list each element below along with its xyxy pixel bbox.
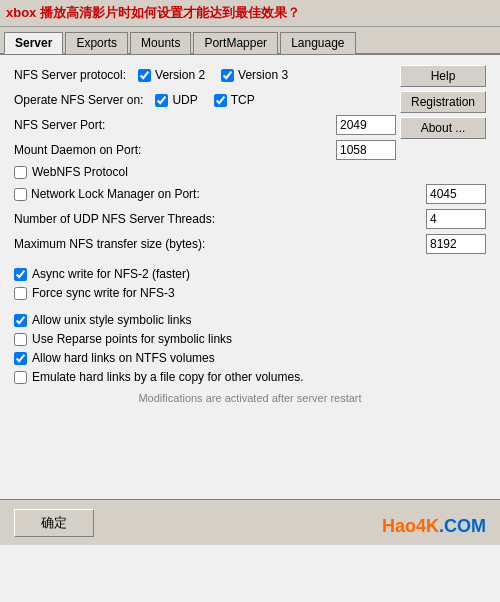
side-buttons: Help Registration About ... bbox=[400, 65, 486, 139]
title-text: xbox 播放高清影片时如何设置才能达到最佳效果？ bbox=[6, 5, 300, 20]
mount-daemon-input[interactable] bbox=[336, 140, 396, 160]
unix-symlinks-row: Allow unix style symbolic links bbox=[14, 313, 486, 327]
title-bar: xbox 播放高清影片时如何设置才能达到最佳效果？ bbox=[0, 0, 500, 27]
watermark-prefix: Hao4K bbox=[382, 516, 439, 536]
async-write-checkbox[interactable] bbox=[14, 268, 27, 281]
tab-exports[interactable]: Exports bbox=[65, 32, 128, 54]
emulate-hard-links-label: Emulate hard links by a file copy for ot… bbox=[32, 370, 303, 384]
version3-checkbox-label[interactable]: Version 3 bbox=[221, 68, 288, 82]
max-transfer-label: Maximum NFS transfer size (bytes): bbox=[14, 237, 422, 251]
force-sync-label: Force sync write for NFS-3 bbox=[32, 286, 175, 300]
hard-links-checkbox[interactable] bbox=[14, 352, 27, 365]
tcp-checkbox-label[interactable]: TCP bbox=[214, 93, 255, 107]
watermark: Hao4K.COM bbox=[382, 516, 486, 537]
udp-checkbox[interactable] bbox=[155, 94, 168, 107]
async-write-label: Async write for NFS-2 (faster) bbox=[32, 267, 190, 281]
udp-threads-input[interactable] bbox=[426, 209, 486, 229]
version2-checkbox[interactable] bbox=[138, 69, 151, 82]
force-sync-checkbox[interactable] bbox=[14, 287, 27, 300]
network-lock-label: Network Lock Manager on Port: bbox=[31, 187, 422, 201]
version2-checkbox-label[interactable]: Version 2 bbox=[138, 68, 205, 82]
webnfs-label: WebNFS Protocol bbox=[32, 165, 128, 179]
max-transfer-input[interactable] bbox=[426, 234, 486, 254]
tab-language[interactable]: Language bbox=[280, 32, 355, 54]
webnfs-checkbox[interactable] bbox=[14, 166, 27, 179]
udp-threads-label: Number of UDP NFS Server Threads: bbox=[14, 212, 422, 226]
main-content: Help Registration About ... NFS Server p… bbox=[0, 55, 500, 422]
hard-links-row: Allow hard links on NTFS volumes bbox=[14, 351, 486, 365]
help-button[interactable]: Help bbox=[400, 65, 486, 87]
network-lock-checkbox-label[interactable] bbox=[14, 188, 27, 201]
nfs-protocol-label: NFS Server protocol: bbox=[14, 68, 126, 82]
reparse-points-row: Use Reparse points for symbolic links bbox=[14, 332, 486, 346]
content-area: Help Registration About ... NFS Server p… bbox=[0, 55, 500, 545]
registration-button[interactable]: Registration bbox=[400, 91, 486, 113]
mount-daemon-row: Mount Daemon on Port: bbox=[14, 140, 486, 160]
network-lock-input[interactable] bbox=[426, 184, 486, 204]
bottom-bar: 确定 Hao4K.COM bbox=[0, 499, 500, 545]
tab-portmapper[interactable]: PortMapper bbox=[193, 32, 278, 54]
emulate-hard-links-row: Emulate hard links by a file copy for ot… bbox=[14, 370, 486, 384]
webnfs-row: WebNFS Protocol bbox=[14, 165, 486, 179]
version3-checkbox[interactable] bbox=[221, 69, 234, 82]
async-write-row: Async write for NFS-2 (faster) bbox=[14, 267, 486, 281]
tcp-checkbox[interactable] bbox=[214, 94, 227, 107]
mount-daemon-label: Mount Daemon on Port: bbox=[14, 143, 336, 157]
reparse-points-checkbox[interactable] bbox=[14, 333, 27, 346]
emulate-hard-links-checkbox[interactable] bbox=[14, 371, 27, 384]
tab-bar: Server Exports Mounts PortMapper Languag… bbox=[0, 27, 500, 55]
protocol-checkboxes: Version 2 Version 3 bbox=[138, 68, 288, 82]
about-button[interactable]: About ... bbox=[400, 117, 486, 139]
network-lock-checkbox[interactable] bbox=[14, 188, 27, 201]
force-sync-row: Force sync write for NFS-3 bbox=[14, 286, 486, 300]
status-text: Modifications are activated after server… bbox=[14, 392, 486, 404]
unix-symlinks-label: Allow unix style symbolic links bbox=[32, 313, 191, 327]
tab-mounts[interactable]: Mounts bbox=[130, 32, 191, 54]
reparse-points-label: Use Reparse points for symbolic links bbox=[32, 332, 232, 346]
unix-symlinks-checkbox[interactable] bbox=[14, 314, 27, 327]
max-transfer-row: Maximum NFS transfer size (bytes): bbox=[14, 234, 486, 254]
transport-checkboxes: UDP TCP bbox=[155, 93, 254, 107]
watermark-suffix: .COM bbox=[439, 516, 486, 536]
hard-links-label: Allow hard links on NTFS volumes bbox=[32, 351, 215, 365]
network-lock-row: Network Lock Manager on Port: bbox=[14, 184, 486, 204]
tab-server[interactable]: Server bbox=[4, 32, 63, 54]
udp-checkbox-label[interactable]: UDP bbox=[155, 93, 197, 107]
operate-label: Operate NFS Server on: bbox=[14, 93, 143, 107]
nfs-port-label: NFS Server Port: bbox=[14, 118, 336, 132]
udp-threads-row: Number of UDP NFS Server Threads: bbox=[14, 209, 486, 229]
ok-button[interactable]: 确定 bbox=[14, 509, 94, 537]
nfs-port-input[interactable] bbox=[336, 115, 396, 135]
